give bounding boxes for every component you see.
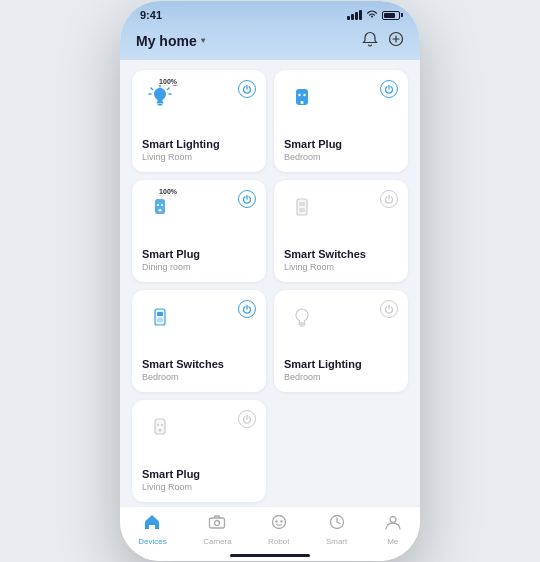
home-nav-icon bbox=[143, 513, 161, 535]
device-card-d7[interactable]: Smart Plug Living Room bbox=[132, 400, 266, 502]
device-room-d7: Living Room bbox=[142, 482, 256, 492]
power-button-d3[interactable] bbox=[238, 190, 256, 208]
nav-label-me: Me bbox=[387, 537, 398, 546]
nav-label-smart: Smart bbox=[326, 537, 347, 546]
device-icon-lighting-inactive bbox=[284, 300, 320, 336]
power-button-d6[interactable] bbox=[380, 300, 398, 318]
home-title-text: My home bbox=[136, 33, 197, 49]
svg-rect-11 bbox=[301, 101, 304, 104]
device-name-d7: Smart Plug bbox=[142, 468, 256, 480]
svg-rect-28 bbox=[210, 518, 225, 528]
power-button-d7[interactable] bbox=[238, 410, 256, 428]
nav-label-camera: Camera bbox=[203, 537, 231, 546]
svg-point-32 bbox=[280, 520, 282, 522]
device-card-d4[interactable]: Smart Switches Living Room bbox=[274, 180, 408, 282]
svg-rect-12 bbox=[155, 199, 165, 214]
svg-point-26 bbox=[161, 424, 163, 426]
status-bar: 9:41 bbox=[120, 1, 420, 25]
nav-item-camera[interactable]: Camera bbox=[203, 513, 231, 546]
signal-bars-icon bbox=[347, 10, 362, 20]
svg-rect-22 bbox=[299, 323, 306, 325]
device-room-d4: Living Room bbox=[284, 262, 398, 272]
device-card-d6[interactable]: Smart Lighting Bedroom bbox=[274, 290, 408, 392]
content-area: 100% Smart Lighting Living Room bbox=[120, 60, 420, 506]
svg-point-30 bbox=[272, 516, 285, 529]
svg-point-10 bbox=[303, 94, 305, 96]
navbar: Devices Camera Robot bbox=[120, 506, 420, 554]
nav-label-devices: Devices bbox=[138, 537, 166, 546]
svg-point-29 bbox=[215, 521, 220, 526]
status-icons bbox=[347, 9, 400, 21]
battery-icon bbox=[382, 11, 400, 20]
svg-rect-18 bbox=[299, 208, 305, 212]
device-name-d6: Smart Lighting bbox=[284, 358, 398, 370]
device-room-d5: Bedroom bbox=[142, 372, 256, 382]
device-room-d1: Living Room bbox=[142, 152, 256, 162]
header: My home ▾ bbox=[120, 25, 420, 60]
svg-rect-19 bbox=[155, 309, 165, 325]
svg-point-14 bbox=[161, 204, 163, 206]
device-icon-plug-inactive bbox=[142, 410, 178, 446]
device-name-d4: Smart Switches bbox=[284, 248, 398, 260]
header-actions bbox=[362, 31, 404, 50]
svg-rect-2 bbox=[158, 104, 163, 106]
nav-item-me[interactable]: Me bbox=[384, 513, 402, 546]
device-name-d1: Smart Lighting bbox=[142, 138, 256, 150]
home-bar bbox=[230, 554, 310, 557]
wifi-icon bbox=[366, 9, 378, 21]
device-grid: 100% Smart Lighting Living Room bbox=[132, 70, 408, 502]
power-button-d4[interactable] bbox=[380, 190, 398, 208]
device-icon-plug-active2: 100% bbox=[142, 190, 178, 226]
power-button-d2[interactable] bbox=[380, 80, 398, 98]
svg-line-5 bbox=[168, 88, 170, 90]
device-name-d5: Smart Switches bbox=[142, 358, 256, 370]
header-title[interactable]: My home ▾ bbox=[136, 33, 205, 49]
status-time: 9:41 bbox=[140, 9, 162, 21]
svg-rect-1 bbox=[157, 102, 164, 104]
device-room-d2: Bedroom bbox=[284, 152, 398, 162]
phone-frame: 9:41 My home ▾ bbox=[120, 1, 420, 561]
smart-nav-icon bbox=[328, 513, 346, 535]
device-icon-switch-active bbox=[142, 300, 178, 336]
svg-line-4 bbox=[151, 88, 153, 90]
device-room-d3: Dining room bbox=[142, 262, 256, 272]
svg-rect-16 bbox=[297, 199, 307, 215]
device-card-d3[interactable]: 100% Smart Plug Dining room bbox=[132, 180, 266, 282]
device-room-d6: Bedroom bbox=[284, 372, 398, 382]
percentage-badge: 100% bbox=[156, 78, 180, 85]
svg-rect-23 bbox=[300, 325, 305, 326]
svg-point-25 bbox=[157, 424, 159, 426]
device-card-d2[interactable]: Smart Plug Bedroom bbox=[274, 70, 408, 172]
svg-rect-20 bbox=[157, 312, 163, 316]
svg-rect-21 bbox=[157, 318, 163, 322]
camera-nav-icon bbox=[208, 513, 226, 535]
dropdown-arrow-icon: ▾ bbox=[201, 36, 205, 45]
svg-rect-24 bbox=[155, 419, 165, 434]
device-name-d3: Smart Plug bbox=[142, 248, 256, 260]
me-nav-icon bbox=[384, 513, 402, 535]
device-icon-switch-inactive bbox=[284, 190, 320, 226]
nav-item-smart[interactable]: Smart bbox=[326, 513, 347, 546]
svg-rect-27 bbox=[159, 429, 162, 432]
home-indicator bbox=[120, 554, 420, 561]
device-icon-plug-active bbox=[284, 80, 320, 116]
percentage-badge-d3: 100% bbox=[156, 188, 180, 195]
device-icon-lighting-active: 100% bbox=[142, 80, 178, 116]
nav-item-devices[interactable]: Devices bbox=[138, 513, 166, 546]
power-button-d5[interactable] bbox=[238, 300, 256, 318]
nav-label-robot: Robot bbox=[268, 537, 289, 546]
nav-item-robot[interactable]: Robot bbox=[268, 513, 289, 546]
robot-nav-icon bbox=[270, 513, 288, 535]
power-button-d1[interactable] bbox=[238, 80, 256, 98]
add-icon[interactable] bbox=[388, 31, 404, 50]
device-card-d1[interactable]: 100% Smart Lighting Living Room bbox=[132, 70, 266, 172]
svg-point-13 bbox=[157, 204, 159, 206]
svg-rect-15 bbox=[159, 209, 162, 212]
svg-point-34 bbox=[390, 517, 396, 523]
svg-rect-17 bbox=[299, 202, 305, 206]
svg-point-31 bbox=[275, 520, 277, 522]
svg-point-9 bbox=[298, 94, 300, 96]
device-card-d5[interactable]: Smart Switches Bedroom bbox=[132, 290, 266, 392]
device-name-d2: Smart Plug bbox=[284, 138, 398, 150]
notification-icon[interactable] bbox=[362, 31, 378, 50]
